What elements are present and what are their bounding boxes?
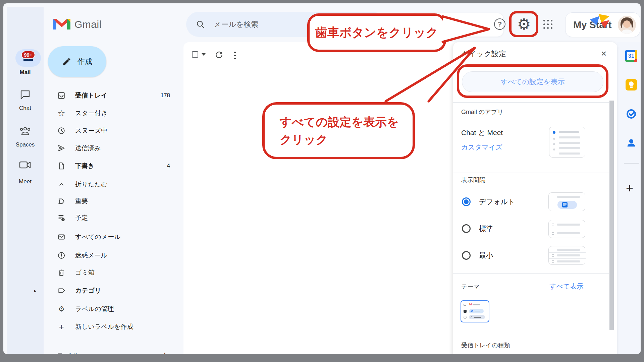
- chat-icon: [20, 90, 31, 100]
- drawer-item-manage-labels[interactable]: ⚙ ラベルの管理: [44, 300, 183, 318]
- drawer-item-starred[interactable]: ☆ スター付き: [44, 105, 183, 122]
- gear-small-icon: ⚙: [57, 305, 66, 313]
- drawer-item-inbox[interactable]: 受信トレイ 178: [44, 87, 183, 104]
- callout-settings-tail: [376, 40, 483, 111]
- chat-meet-thumbnail: [549, 127, 585, 158]
- draft-icon: [57, 162, 66, 170]
- drawer-item-scheduled[interactable]: 予定: [44, 209, 183, 227]
- rail-item-spaces[interactable]: [19, 126, 32, 138]
- gmail-logo-icon: [53, 17, 70, 31]
- important-icon: [57, 197, 66, 205]
- theme-heading: テーマ: [461, 283, 480, 291]
- drawer-item-create-label[interactable]: + 新しいラベルを作成: [44, 318, 183, 336]
- gmail-wordmark: Gmail: [74, 19, 102, 30]
- rail-item-chat[interactable]: [20, 90, 31, 101]
- all-mail-icon: [57, 233, 66, 241]
- google-tasks-icon[interactable]: [626, 108, 637, 120]
- spaces-icon: [19, 126, 32, 137]
- inbox-type-heading: 受信トレイの種類: [461, 341, 510, 349]
- customize-link[interactable]: カスタマイズ: [461, 143, 502, 152]
- radio-icon[interactable]: [462, 224, 471, 233]
- rail-label-mail: Mail: [7, 69, 44, 76]
- rail-item-meet[interactable]: [19, 160, 31, 171]
- labels-heading: ラベル: [56, 351, 80, 354]
- divider: [453, 273, 609, 274]
- add-panel-icon[interactable]: +: [626, 181, 633, 195]
- search-placeholder: メールを検索: [214, 19, 259, 29]
- meet-icon: [19, 160, 31, 170]
- rail-label-chat: Chat: [7, 105, 44, 112]
- rail-label-meet: Meet: [7, 178, 44, 185]
- density-option-compact[interactable]: 最小: [462, 248, 549, 263]
- drawer-item-spam[interactable]: 迷惑メール: [44, 247, 183, 264]
- add-label-icon[interactable]: +: [162, 349, 168, 354]
- avatar[interactable]: [618, 16, 636, 34]
- google-keep-icon[interactable]: [626, 79, 637, 90]
- drawer-item-important[interactable]: 重要: [44, 192, 183, 210]
- theme-thumbnail-selected[interactable]: M: [461, 300, 489, 322]
- radio-selected-icon[interactable]: [462, 197, 471, 206]
- expand-triangle-icon[interactable]: ▸: [34, 288, 37, 293]
- callout-show-all-settings: すべての設定を表示を クリック: [262, 102, 415, 159]
- chat-meet-label: Chat と Meet: [461, 128, 503, 137]
- density-option-comfortable[interactable]: 標準: [462, 221, 549, 236]
- inbox-count: 178: [161, 92, 170, 99]
- drawer-item-snoozed[interactable]: スヌーズ中: [44, 122, 183, 139]
- screenshot-stage: Gmail メールを検索 ? ⚙ My Start: [0, 0, 644, 362]
- density-compact-thumbnail: [548, 246, 585, 265]
- close-icon[interactable]: ×: [601, 48, 606, 59]
- drawer-item-collapse[interactable]: 折りたたむ: [44, 176, 183, 193]
- category-tag-icon: [57, 286, 66, 295]
- google-contacts-icon[interactable]: [626, 137, 637, 148]
- density-heading: 表示間隔: [461, 176, 485, 184]
- density-comfortable-thumbnail: [548, 220, 585, 238]
- drafts-count: 4: [167, 163, 170, 169]
- clock-icon: [57, 126, 66, 135]
- radio-icon[interactable]: [462, 251, 471, 260]
- divider: [453, 173, 609, 173]
- theme-show-all-link[interactable]: すべて表示: [549, 282, 583, 291]
- schedule-icon: [57, 214, 66, 222]
- annotation-ring-gear: [509, 11, 538, 37]
- pencil-icon: [62, 57, 71, 66]
- select-all-checkbox[interactable]: [192, 51, 198, 58]
- refresh-icon[interactable]: [215, 51, 223, 59]
- drawer-item-all-mail[interactable]: すべてのメール: [44, 228, 183, 246]
- density-option-default[interactable]: デフォルト: [462, 194, 549, 209]
- divider: [453, 332, 609, 332]
- select-dropdown-icon[interactable]: [202, 53, 206, 56]
- compose-button[interactable]: 作成: [48, 46, 106, 77]
- search-icon: [196, 20, 205, 29]
- unread-badge: 99+: [21, 51, 35, 59]
- gmail-window: Gmail メールを検索 ? ⚙ My Start: [3, 3, 641, 354]
- send-icon: [57, 144, 66, 153]
- google-calendar-icon[interactable]: 31: [625, 50, 637, 62]
- rail-divider: [624, 163, 639, 164]
- drawer-item-sent[interactable]: 送信済み: [44, 139, 183, 157]
- google-apps-icon[interactable]: [543, 20, 552, 29]
- plus-icon: +: [57, 322, 66, 331]
- trash-icon: [57, 268, 66, 277]
- compose-label: 作成: [77, 57, 92, 67]
- drawer-item-categories[interactable]: ▸ カテゴリ: [44, 282, 183, 299]
- rail-label-spaces: Spaces: [7, 141, 44, 148]
- inbox-icon: [57, 91, 66, 100]
- drawer-item-trash[interactable]: ゴミ箱: [44, 264, 183, 281]
- mystart-logo-icon: [589, 13, 614, 29]
- spam-icon: [57, 251, 66, 260]
- panel-scrollbar[interactable]: [609, 101, 614, 330]
- star-icon: ☆: [57, 109, 66, 118]
- density-default-thumbnail: [548, 192, 585, 211]
- chevron-up-icon: [57, 180, 66, 189]
- drawer-item-drafts[interactable]: 下書き 4: [44, 157, 183, 175]
- more-options-icon[interactable]: [234, 50, 236, 61]
